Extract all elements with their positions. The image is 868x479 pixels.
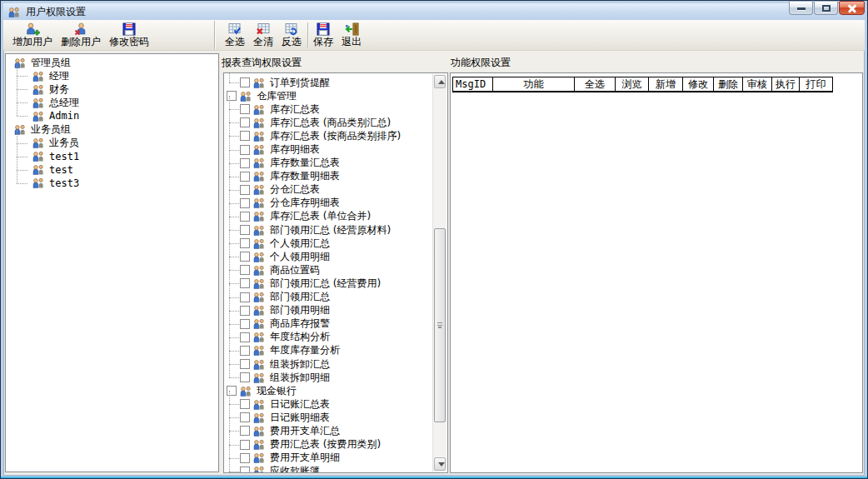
checkbox[interactable] bbox=[240, 359, 250, 369]
column-header-msgid[interactable]: MsgID bbox=[453, 77, 493, 91]
report-permission-row[interactable]: 费用汇总表 (按费用类别) bbox=[224, 438, 447, 452]
report-permission-row[interactable]: 组装拆卸明细 bbox=[224, 371, 447, 384]
column-header-3[interactable]: 浏览 bbox=[616, 77, 649, 91]
select-all-button[interactable]: 全选 bbox=[222, 22, 247, 49]
checkbox[interactable] bbox=[240, 172, 250, 182]
report-permission-row[interactable]: 订单到货提醒 bbox=[224, 76, 447, 89]
checkbox[interactable] bbox=[240, 306, 250, 316]
checkbox[interactable] bbox=[240, 332, 250, 342]
report-permission-row[interactable]: 库存汇总表 (按商品类别排序) bbox=[224, 129, 447, 142]
checkbox[interactable] bbox=[240, 198, 250, 208]
title-bar[interactable]: 用户权限设置 bbox=[3, 3, 865, 20]
scroll-up-button[interactable] bbox=[434, 75, 446, 88]
maximize-button[interactable] bbox=[814, 1, 838, 15]
checkbox[interactable] bbox=[240, 225, 250, 235]
checkbox[interactable] bbox=[240, 238, 250, 248]
delete-user-button[interactable]: 删除用户 bbox=[57, 22, 105, 49]
report-permission-row[interactable]: 年度结构分析 bbox=[224, 331, 447, 344]
toolbar: 增加用户 删除用户 修改密码 bbox=[3, 20, 865, 51]
report-permission-row[interactable]: 应收款账簿 bbox=[224, 465, 447, 473]
column-header-9[interactable]: 打印 bbox=[800, 77, 832, 91]
checkbox[interactable] bbox=[240, 278, 250, 288]
report-list-scrollbar[interactable] bbox=[432, 74, 446, 472]
tree-user-item[interactable]: test bbox=[6, 163, 218, 177]
users-icon bbox=[32, 137, 45, 148]
checkbox[interactable] bbox=[240, 212, 250, 222]
report-permission-row[interactable]: 商品位置码 bbox=[224, 263, 447, 277]
checkbox[interactable] bbox=[240, 145, 250, 155]
scroll-down-button[interactable] bbox=[434, 457, 446, 471]
tree-user-item[interactable]: 财务 bbox=[6, 82, 218, 96]
checkbox[interactable] bbox=[240, 426, 250, 436]
tree-group-1[interactable]: 业务员组 bbox=[6, 122, 218, 136]
report-permission-row[interactable]: 库存汇总表 (商品类别汇总) bbox=[224, 116, 447, 129]
column-header-5[interactable]: 修改 bbox=[683, 77, 714, 91]
report-permission-row[interactable]: 商品库存报警 bbox=[224, 317, 447, 331]
report-permission-row[interactable]: 库存汇总表 bbox=[224, 102, 447, 116]
report-permission-row[interactable]: 库存数量汇总表 bbox=[224, 157, 447, 170]
checkbox[interactable] bbox=[240, 440, 250, 450]
report-permission-row[interactable]: 库存明细表 bbox=[224, 142, 447, 156]
clear-all-button[interactable]: 全清 bbox=[251, 22, 276, 49]
report-permission-row[interactable]: 仓库管理 bbox=[224, 89, 447, 102]
report-permission-row[interactable]: 费用开支单汇总 bbox=[224, 424, 447, 437]
checkbox[interactable] bbox=[240, 77, 250, 87]
tree-item-label: test bbox=[49, 164, 73, 176]
report-permission-row[interactable]: 现金银行 bbox=[224, 384, 447, 397]
report-permission-row[interactable]: 库存数量明细表 bbox=[224, 170, 447, 183]
report-permission-row[interactable]: 组装拆卸汇总 bbox=[224, 357, 447, 371]
report-permission-row[interactable]: 部门领用汇总 bbox=[224, 291, 447, 304]
checkbox[interactable] bbox=[240, 252, 250, 262]
checkbox[interactable] bbox=[240, 399, 250, 409]
checkbox[interactable] bbox=[240, 319, 250, 329]
checkbox[interactable] bbox=[240, 131, 250, 141]
scrollbar-thumb[interactable] bbox=[434, 228, 446, 422]
tree-user-item[interactable]: 业务员 bbox=[6, 137, 218, 150]
report-permission-row[interactable]: 个人领用明细 bbox=[224, 250, 447, 263]
report-permission-row[interactable]: 年度库存量分析 bbox=[224, 344, 447, 357]
users-icon bbox=[32, 164, 45, 175]
report-permission-row[interactable]: 部门领用汇总 (经营原材料) bbox=[224, 223, 447, 237]
report-permission-row[interactable]: 费用开支单明细 bbox=[224, 452, 447, 465]
column-header-2[interactable]: 全选 bbox=[575, 77, 616, 91]
report-permission-row[interactable]: 分仓库存明细表 bbox=[224, 197, 447, 210]
column-header-7[interactable]: 审核 bbox=[743, 77, 772, 91]
minimize-button[interactable] bbox=[789, 1, 813, 15]
exit-button[interactable]: 退出 bbox=[339, 22, 364, 49]
checkbox[interactable] bbox=[240, 453, 250, 463]
checkbox[interactable] bbox=[240, 158, 250, 168]
change-password-button[interactable]: 修改密码 bbox=[105, 22, 153, 49]
report-permission-row[interactable]: 库存汇总表 (单位合并) bbox=[224, 210, 447, 223]
report-permission-row[interactable]: 日记账汇总表 bbox=[224, 397, 447, 411]
save-button[interactable]: 保存 bbox=[311, 22, 336, 49]
add-user-button[interactable]: 增加用户 bbox=[8, 22, 57, 49]
checkbox[interactable] bbox=[240, 117, 250, 127]
checkbox[interactable] bbox=[240, 412, 250, 422]
checkbox[interactable] bbox=[240, 467, 250, 473]
report-permission-row[interactable]: 部门领用汇总 (经营费用) bbox=[224, 277, 447, 290]
report-permission-row[interactable]: 分仓汇总表 bbox=[224, 183, 447, 197]
column-header-4[interactable]: 新增 bbox=[649, 77, 683, 91]
report-permission-row[interactable]: 日记账明细表 bbox=[224, 411, 447, 424]
tree-user-item[interactable]: test3 bbox=[6, 177, 218, 190]
invert-selection-button[interactable]: 反选 bbox=[279, 22, 304, 49]
checkbox[interactable] bbox=[240, 292, 250, 302]
tree-user-item[interactable]: 经理 bbox=[6, 69, 218, 82]
checkbox[interactable] bbox=[240, 104, 250, 114]
checkbox[interactable] bbox=[240, 185, 250, 195]
close-button[interactable] bbox=[839, 1, 865, 15]
column-header-8[interactable]: 执行 bbox=[772, 77, 800, 91]
checkbox[interactable] bbox=[240, 346, 250, 356]
tree-user-item[interactable]: 总经理 bbox=[6, 96, 218, 109]
column-header-6[interactable]: 删除 bbox=[714, 77, 743, 91]
checkbox[interactable] bbox=[227, 91, 237, 101]
checkbox[interactable] bbox=[240, 372, 250, 382]
report-permission-row[interactable]: 个人领用汇总 bbox=[224, 237, 447, 250]
tree-group-0[interactable]: 管理员组 bbox=[6, 56, 218, 69]
column-header-1[interactable]: 功能 bbox=[493, 77, 575, 91]
tree-user-item[interactable]: test1 bbox=[6, 150, 218, 163]
checkbox[interactable] bbox=[240, 265, 250, 275]
checkbox[interactable] bbox=[227, 386, 237, 396]
report-permission-row[interactable]: 部门领用明细 bbox=[224, 304, 447, 317]
tree-user-item[interactable]: Admin bbox=[6, 109, 218, 122]
